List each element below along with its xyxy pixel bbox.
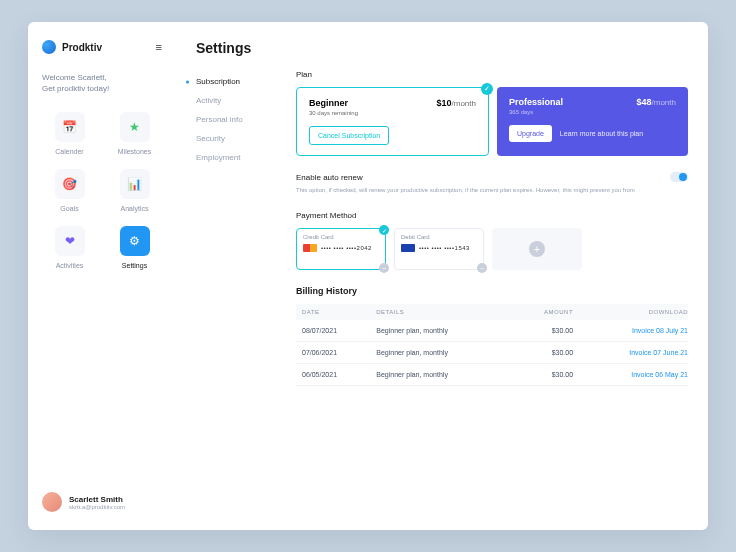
nav-grid: 📅Calender ★Milestones 🎯Goals 📊Analytics … — [42, 112, 162, 269]
plan-sub: 365 days — [509, 109, 563, 115]
plan-price: $10/month — [437, 98, 477, 108]
auto-renew-section: Enable auto renew This option, if checke… — [296, 172, 688, 195]
download-link[interactable]: Invoice 06 May 21 — [573, 364, 688, 386]
cell-amount: $30.00 — [516, 342, 573, 364]
nav-label: Settings — [122, 262, 147, 269]
table-row: 07/06/2021Beginner plan, monthly$30.00In… — [296, 342, 688, 364]
brand-logo-icon — [42, 40, 56, 54]
content: Settings Subscription Activity Personal … — [176, 22, 708, 530]
col-amount: AMOUNT — [516, 304, 573, 320]
welcome-line1: Welcome Scarlett, — [42, 72, 162, 83]
subnav-employment[interactable]: Employment — [196, 148, 276, 167]
payment-methods: ✓ Credit Card •••• •••• ••••2042 − Debit… — [296, 228, 688, 270]
left-column: Settings Subscription Activity Personal … — [196, 40, 276, 512]
remove-card-icon[interactable]: − — [477, 263, 487, 273]
nav-settings[interactable]: ⚙Settings — [107, 226, 162, 269]
star-icon: ★ — [120, 112, 150, 142]
user-email: skrtt.a@prodktiv.com — [69, 504, 125, 510]
plan-section-label: Plan — [296, 70, 688, 79]
remove-card-icon[interactable]: − — [379, 263, 389, 273]
cell-date: 06/05/2021 — [296, 364, 376, 386]
nav-label: Calender — [55, 148, 83, 155]
nav-label: Activities — [56, 262, 84, 269]
payment-card-credit[interactable]: ✓ Credit Card •••• •••• ••••2042 − — [296, 228, 386, 270]
nav-goals[interactable]: 🎯Goals — [42, 169, 97, 212]
page-title: Settings — [196, 40, 276, 56]
nav-activities[interactable]: ❤Activities — [42, 226, 97, 269]
calendar-icon: 📅 — [55, 112, 85, 142]
payment-card-debit[interactable]: Debit Card •••• •••• ••••1543 − — [394, 228, 484, 270]
subnav-personal[interactable]: Personal info — [196, 110, 276, 129]
nav-label: Goals — [60, 205, 78, 212]
billing-title: Billing History — [296, 286, 688, 296]
chart-icon: 📊 — [120, 169, 150, 199]
cell-details: Beginner plan, monthly — [376, 364, 516, 386]
visa-icon — [401, 244, 415, 252]
user-meta: Scarlett Smith skrtt.a@prodktiv.com — [69, 495, 125, 510]
cell-details: Beginner plan, monthly — [376, 320, 516, 342]
mastercard-icon — [303, 244, 317, 252]
plan-name: Professional — [509, 97, 563, 107]
cancel-subscription-button[interactable]: Cancel Subscription — [309, 126, 389, 145]
billing-table: DATE DETAILS AMOUNT DOWNLOAD 08/07/2021B… — [296, 304, 688, 386]
plus-icon: + — [529, 241, 545, 257]
auto-renew-desc: This option, if checked, will renew your… — [296, 186, 688, 195]
auto-renew-label: Enable auto renew — [296, 173, 363, 182]
plan-name: Beginner — [309, 98, 358, 108]
billing-section: Billing History DATE DETAILS AMOUNT DOWN… — [296, 286, 688, 386]
brand-name: Prodktiv — [62, 42, 102, 53]
download-link[interactable]: Invoice 08 July 21 — [573, 320, 688, 342]
nav-label: Milestones — [118, 148, 151, 155]
heart-icon: ❤ — [55, 226, 85, 256]
cell-details: Beginner plan, monthly — [376, 342, 516, 364]
plan-professional: Professional 365 days $48/month Upgrade … — [497, 87, 688, 156]
check-icon: ✓ — [379, 225, 389, 235]
col-date: DATE — [296, 304, 376, 320]
subnav-security[interactable]: Security — [196, 129, 276, 148]
plans: ✓ Beginner 30 days remaining $10/month C… — [296, 87, 688, 156]
learn-more-link[interactable]: Learn more about this plan — [560, 130, 643, 137]
welcome-text: Welcome Scarlett, Get prodktiv today! — [42, 72, 162, 94]
card-type: Credit Card — [303, 234, 379, 240]
subnav-subscription[interactable]: Subscription — [196, 72, 276, 91]
upgrade-button[interactable]: Upgrade — [509, 125, 552, 142]
target-icon: 🎯 — [55, 169, 85, 199]
cell-amount: $30.00 — [516, 320, 573, 342]
settings-subnav: Subscription Activity Personal info Secu… — [196, 72, 276, 167]
user-card[interactable]: Scarlett Smith skrtt.a@prodktiv.com — [42, 492, 162, 512]
nav-label: Analytics — [120, 205, 148, 212]
main-panel: Plan ✓ Beginner 30 days remaining $10/mo… — [296, 40, 688, 512]
check-icon: ✓ — [481, 83, 493, 95]
welcome-line2: Get prodktiv today! — [42, 83, 162, 94]
card-number: •••• •••• ••••1543 — [419, 245, 470, 251]
nav-analytics[interactable]: 📊Analytics — [107, 169, 162, 212]
user-name: Scarlett Smith — [69, 495, 125, 504]
sidebar: Prodktiv ≡ Welcome Scarlett, Get prodkti… — [28, 22, 176, 530]
cell-date: 08/07/2021 — [296, 320, 376, 342]
avatar — [42, 492, 62, 512]
brand: Prodktiv ≡ — [42, 40, 162, 54]
col-download: DOWNLOAD — [573, 304, 688, 320]
menu-toggle-icon[interactable]: ≡ — [156, 41, 162, 53]
plan-current: ✓ Beginner 30 days remaining $10/month C… — [296, 87, 489, 156]
subnav-activity[interactable]: Activity — [196, 91, 276, 110]
pm-section-label: Payment Method — [296, 211, 688, 220]
cell-amount: $30.00 — [516, 364, 573, 386]
auto-renew-toggle[interactable] — [670, 172, 688, 182]
nav-milestones[interactable]: ★Milestones — [107, 112, 162, 155]
col-details: DETAILS — [376, 304, 516, 320]
plan-price: $48/month — [637, 97, 677, 107]
nav-calendar[interactable]: 📅Calender — [42, 112, 97, 155]
table-row: 08/07/2021Beginner plan, monthly$30.00In… — [296, 320, 688, 342]
plan-sub: 30 days remaining — [309, 110, 358, 116]
add-payment-button[interactable]: + — [492, 228, 582, 270]
table-row: 06/05/2021Beginner plan, monthly$30.00In… — [296, 364, 688, 386]
card-type: Debit Card — [401, 234, 477, 240]
card-number: •••• •••• ••••2042 — [321, 245, 372, 251]
app-window: Prodktiv ≡ Welcome Scarlett, Get prodkti… — [28, 22, 708, 530]
cell-date: 07/06/2021 — [296, 342, 376, 364]
gear-icon: ⚙ — [120, 226, 150, 256]
download-link[interactable]: Invoice 07 June 21 — [573, 342, 688, 364]
